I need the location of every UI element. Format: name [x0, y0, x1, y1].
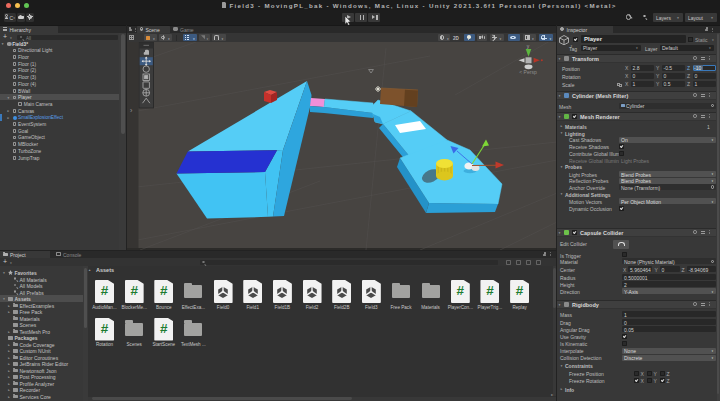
svg-text:< Persp: < Persp — [519, 69, 537, 75]
